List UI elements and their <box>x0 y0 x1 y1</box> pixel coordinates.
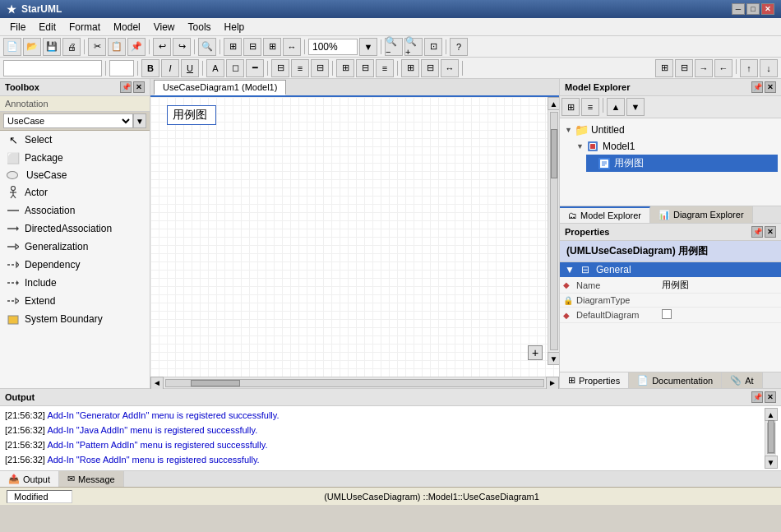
font-color-btn[interactable]: A <box>206 59 224 77</box>
format-btn6[interactable]: ↓ <box>760 59 778 77</box>
format-btn4[interactable]: ← <box>714 59 732 77</box>
help-btn[interactable]: ? <box>450 38 468 56</box>
toolbox-item-system-boundary[interactable]: System Boundary <box>0 310 150 328</box>
output-scrollbar[interactable]: ▲ ▼ <box>765 408 776 469</box>
tb-btn3[interactable]: ⊞ <box>263 38 281 56</box>
close-button[interactable]: ✕ <box>761 3 774 15</box>
menu-format[interactable]: Format <box>62 20 107 35</box>
expand-untitled[interactable]: ▼ <box>565 126 575 134</box>
toolbox-item-dependency[interactable]: Dependency <box>0 256 150 274</box>
menu-file[interactable]: File <box>3 20 32 35</box>
toolbox-category-arrow[interactable]: ▼ <box>133 113 146 128</box>
properties-pin[interactable]: 📌 <box>751 226 763 238</box>
tab-message[interactable]: ✉ Message <box>59 471 124 487</box>
redo-button[interactable]: ↪ <box>173 38 191 56</box>
maximize-button[interactable]: □ <box>746 3 760 15</box>
tab-model-explorer[interactable]: 🗂 Model Explorer <box>560 206 650 223</box>
format-btn5[interactable]: ↑ <box>740 59 758 77</box>
model-explorer-pin[interactable]: 📌 <box>751 81 763 93</box>
format-btn2[interactable]: ⊟ <box>675 59 693 77</box>
menu-edit[interactable]: Edit <box>32 20 62 35</box>
toolbox-item-generalization[interactable]: Generalization <box>0 238 150 256</box>
properties-close[interactable]: ✕ <box>765 226 776 238</box>
scroll-track-horizontal[interactable] <box>165 379 544 387</box>
output-scroll-up[interactable]: ▲ <box>765 408 778 421</box>
format-btn1[interactable]: ⊞ <box>655 59 673 77</box>
tab-at[interactable]: 📎 At <box>722 372 762 388</box>
extra-btn2[interactable]: ⊟ <box>421 59 439 77</box>
copy-button[interactable]: 📋 <box>108 38 126 56</box>
scroll-up-button[interactable]: ▲ <box>548 97 560 110</box>
prop-name-value[interactable]: 用例图 <box>662 279 778 291</box>
tb-btn4[interactable]: ↔ <box>283 38 301 56</box>
find-button[interactable]: 🔍 <box>198 38 216 56</box>
menu-view[interactable]: View <box>147 20 182 35</box>
zoom-dropdown[interactable]: ▼ <box>359 38 377 56</box>
minimize-button[interactable]: ─ <box>732 3 745 15</box>
paste-button[interactable]: 📌 <box>127 38 146 56</box>
menu-model[interactable]: Model <box>107 20 147 35</box>
italic-button[interactable]: I <box>161 59 179 77</box>
tree-item-model1[interactable]: ▼ Model1 <box>575 138 778 155</box>
print-button[interactable]: 🖨 <box>62 38 81 56</box>
output-pin[interactable]: 📌 <box>751 391 763 403</box>
canvas-diagram-label[interactable]: 用例图 <box>167 105 216 125</box>
scroll-thumb-horizontal[interactable] <box>191 380 240 386</box>
menu-tools[interactable]: Tools <box>182 20 218 35</box>
toolbox-item-directed-association[interactable]: DirectedAssociation <box>0 220 150 238</box>
toolbox-item-extend[interactable]: Extend <box>0 292 150 310</box>
output-close[interactable]: ✕ <box>765 391 776 403</box>
undo-button[interactable]: ↩ <box>153 38 171 56</box>
cut-button[interactable]: ✂ <box>88 38 106 56</box>
canvas-content[interactable]: 用例图 + ▲ ▼ <box>150 97 559 377</box>
scroll-right-button[interactable]: ► <box>546 377 559 390</box>
toolbox-category-select[interactable]: UseCase <box>3 113 133 128</box>
zoom-out-button[interactable]: 🔍− <box>385 38 403 56</box>
tab-properties[interactable]: ⊞ Properties <box>560 372 629 388</box>
font-family-input[interactable] <box>3 60 102 76</box>
model-explorer-close[interactable]: ✕ <box>765 81 776 93</box>
tree-item-untitled[interactable]: ▼ 📁 Untitled <box>563 122 778 138</box>
zoom-in-button[interactable]: 🔍+ <box>404 38 423 56</box>
open-button[interactable]: 📂 <box>23 38 41 56</box>
extra-btn3[interactable]: ↔ <box>441 59 459 77</box>
scroll-track-vertical[interactable] <box>550 112 558 350</box>
toolbox-item-association[interactable]: Association <box>0 201 150 220</box>
me-nav-up[interactable]: ▲ <box>607 98 625 116</box>
output-scroll-track[interactable] <box>767 423 775 454</box>
underline-button[interactable]: U <box>181 59 199 77</box>
toolbox-pin[interactable]: 📌 <box>120 81 132 93</box>
zoom-fit-button[interactable]: ⊡ <box>424 38 442 56</box>
fill-color-btn[interactable]: ◻ <box>226 59 244 77</box>
scroll-down-button[interactable]: ▼ <box>548 352 560 365</box>
tab-diagram-explorer[interactable]: 📊 Diagram Explorer <box>650 206 753 223</box>
extra-btn1[interactable]: ⊞ <box>401 59 419 77</box>
expand-model1[interactable]: ▼ <box>576 142 586 150</box>
new-button[interactable]: 📄 <box>3 38 21 56</box>
default-diagram-checkbox[interactable] <box>662 309 672 319</box>
output-scroll-thumb[interactable] <box>768 420 774 453</box>
align-right-btn[interactable]: ⊟ <box>311 59 329 77</box>
tab-documentation[interactable]: 📄 Documentation <box>629 372 722 388</box>
canvas-horizontal-scrollbar[interactable]: ◄ ► <box>150 377 559 388</box>
me-sort-btn[interactable]: ⊞ <box>561 98 580 116</box>
font-size-input[interactable] <box>109 60 134 76</box>
zoom-input[interactable] <box>308 39 358 55</box>
save-button[interactable]: 💾 <box>43 38 61 56</box>
me-sort2-btn[interactable]: ≡ <box>581 98 599 116</box>
tab-output[interactable]: 📤 Output <box>0 471 59 487</box>
output-scroll-down[interactable]: ▼ <box>765 456 778 469</box>
tree-item-diagram[interactable]: 用例图 <box>586 155 778 172</box>
align-center-btn[interactable]: ≡ <box>291 59 309 77</box>
bold-button[interactable]: B <box>141 59 159 77</box>
me-nav-down[interactable]: ▼ <box>626 98 645 116</box>
toolbox-item-select[interactable]: ↖ Select <box>0 131 150 149</box>
toolbox-item-package[interactable]: ⬜ Package <box>0 149 150 167</box>
section-expand[interactable]: ▼ <box>565 264 575 275</box>
scroll-thumb-vertical[interactable] <box>551 129 557 178</box>
layout-btn3[interactable]: ≡ <box>376 59 394 77</box>
format-btn3[interactable]: → <box>695 59 713 77</box>
toolbox-item-actor[interactable]: Actor <box>0 183 150 201</box>
align-left-btn[interactable]: ⊟ <box>271 59 289 77</box>
scroll-left-button[interactable]: ◄ <box>150 377 164 390</box>
